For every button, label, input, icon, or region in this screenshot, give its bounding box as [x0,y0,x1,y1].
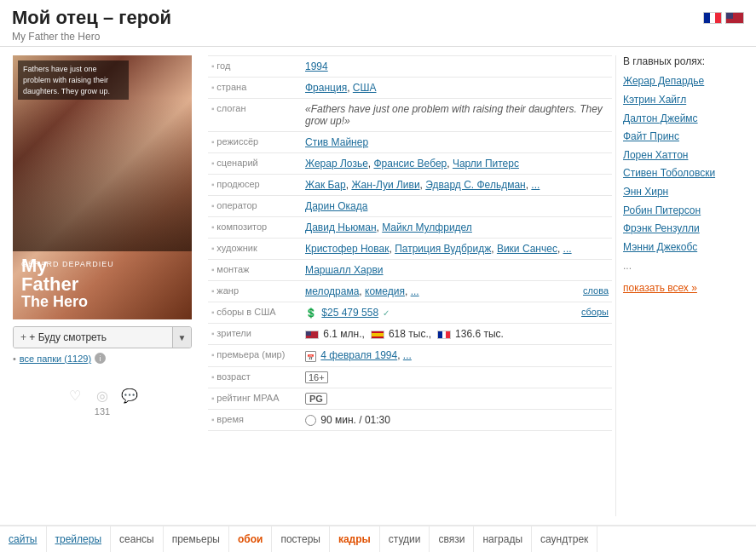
country-usa-link[interactable]: США [353,82,377,94]
nav-connections[interactable]: связи [430,526,474,552]
producer2-link[interactable]: Жан-Луи Ливи [351,179,419,191]
poster-image: Fathers have just one problem with raisi… [13,55,192,319]
flag-english[interactable] [725,12,744,24]
producer1-link[interactable]: Жак Бар [305,179,346,191]
row-year: год 1994 [208,56,612,78]
artist1-link[interactable]: Кристофер Новак [305,243,389,255]
poster-title: My Father The Hero [21,256,88,309]
premiere-link[interactable]: 4 февраля 1994 [320,349,397,361]
genre1-link[interactable]: мелодрама [305,285,359,297]
row-director: режиссёр Стив Майнер [208,132,612,153]
actor-frank[interactable]: Фрэнк Рензулли [623,222,700,234]
list-item: Мэнни Джекобс [623,239,749,257]
movie-poster[interactable]: Fathers have just one problem with raisi… [13,55,192,319]
label-country: страна [208,78,302,99]
nav-trailers[interactable]: трейлеры [47,526,112,552]
actor-robin[interactable]: Робин Питерсон [623,204,701,216]
actor-manny[interactable]: Мэнни Джекобс [623,241,697,253]
sbory-link[interactable]: сборы [581,307,609,317]
cast-more: ... [623,260,749,272]
list-item: Файт Принс [623,128,749,147]
row-artist: художник Кристофер Новак, Патриция Вудбр… [208,239,612,260]
artist2-link[interactable]: Патриция Вудбридж [395,243,491,255]
writer1-link[interactable]: Жерар Лозье [305,158,368,170]
label-premiere: премьера (мир) [208,345,302,366]
info-icon[interactable]: i [95,353,106,364]
genre-more-link[interactable]: ... [411,285,419,297]
watch-button[interactable]: + Буду смотреть [14,327,172,348]
year-link[interactable]: 1994 [305,60,328,72]
box-office-link[interactable]: $25 479 558 [321,307,378,319]
nav-studios[interactable]: студии [380,526,430,552]
value-director: Стив Майнер [302,132,612,153]
producer-more-link[interactable]: ... [531,179,540,191]
nav-posters[interactable]: постеры [272,526,330,552]
operator-link[interactable]: Дарин Окада [305,200,367,212]
actor-dalton[interactable]: Далтон Джеймс [623,112,698,124]
producer3-link[interactable]: Эдвард С. Фельдман [425,179,525,191]
list-item: Стивен Тоболовски [623,164,749,183]
flag-fr-viewers [437,331,451,339]
actor-lauren[interactable]: Лорен Хаттон [623,149,688,161]
composer1-link[interactable]: Давид Ньюман [305,221,377,233]
writer2-link[interactable]: Франсис Вебер [373,158,447,170]
nav-wallpapers[interactable]: обои [229,526,272,552]
label-editing: монтаж [208,260,302,281]
value-genre: мелодрама, комедия, ... слова [302,281,612,302]
row-slogan: слоган «Fathers have just one problem wi… [208,99,612,132]
nav-stills[interactable]: кадры [330,526,380,552]
writer3-link[interactable]: Чарли Питерс [453,158,519,170]
country-france-link[interactable]: Франция [305,82,347,94]
folders-link[interactable]: все папки (1129) [20,354,91,364]
genre2-link[interactable]: комедия [365,285,405,297]
row-box-office: сборы в США 💲 $25 479 558 ✓ сборы [208,302,612,324]
label-slogan: слоган [208,99,302,132]
slova-link[interactable]: слова [583,285,609,296]
slogan-text: «Fathers have just one problem with rais… [305,103,603,127]
actor-ann[interactable]: Энн Хирн [623,186,668,198]
bottom-navigation: сайты трейлеры сеансы премьеры обои пост… [0,525,756,552]
premiere-more-link[interactable]: ... [403,349,412,361]
composer2-link[interactable]: Майкл Мулфридел [382,221,472,233]
row-genre: жанр мелодрама, комедия, ... слова [208,281,612,302]
artist3-link[interactable]: Вики Санчес [497,243,557,255]
verify-icon: ✓ [383,308,390,318]
language-flags [703,7,744,24]
nav-premieres[interactable]: премьеры [164,526,229,552]
title-block: Мой отец – герой My Father the Hero [12,7,171,43]
watch-button-dropdown[interactable]: ▼ [172,327,191,348]
nav-sites[interactable]: сайты [0,526,47,552]
comment-icon[interactable]: 💬 [120,386,139,405]
director-link[interactable]: Стив Майнер [305,136,368,148]
page-header: Мой отец – герой My Father the Hero [0,0,756,47]
clock-icon [305,415,316,426]
value-slogan: «Fathers have just one problem with rais… [302,99,612,132]
row-mpaa: рейтинг МРАА PG [208,388,612,409]
nav-awards[interactable]: награды [474,526,532,552]
eye-icon[interactable]: ◎ [93,386,112,405]
row-runtime: время 90 мин. / 01:30 [208,409,612,430]
nav-soundtrack[interactable]: саундтрек [532,526,597,552]
actor-depardieu[interactable]: Жерар Депардье [623,75,704,87]
value-premiere: 📅 4 февраля 1994, ... [302,345,612,366]
social-count: 131 [95,406,110,417]
left-column: Fathers have just one problem with raisi… [0,55,205,516]
row-operator: оператор Дарин Окада [208,196,612,217]
label-genre: жанр [208,281,302,302]
actor-heigl[interactable]: Кэтрин Хайгл [623,94,686,106]
artist-more-link[interactable]: ... [563,243,572,255]
label-age: возраст [208,366,302,388]
actor-feyte[interactable]: Файт Принс [623,130,679,142]
value-composer: Давид Ньюман, Майкл Мулфридел [302,217,612,239]
heart-icon[interactable]: ♡ [66,386,84,405]
label-viewers: зрители [208,324,302,345]
poster-overlay-text: Fathers have just one problem with raisi… [18,60,129,100]
nav-sessions[interactable]: сеансы [111,526,164,552]
pg-badge: PG [305,393,327,405]
show-all-cast-link[interactable]: показать всех » [623,282,749,294]
main-content: Fathers have just one problem with raisi… [0,47,756,525]
flag-french[interactable] [703,12,722,24]
editing-link[interactable]: Маршалл Харви [305,264,384,276]
actor-steven[interactable]: Стивен Тоболовски [623,167,715,179]
row-premiere: премьера (мир) 📅 4 февраля 1994, ... [208,345,612,366]
